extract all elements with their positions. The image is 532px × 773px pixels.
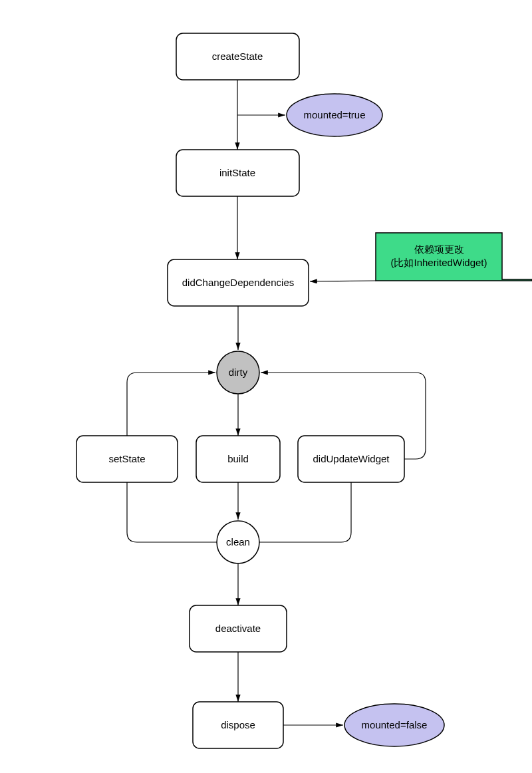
label-setState: setState — [108, 453, 145, 464]
label-createState: createState — [212, 51, 263, 62]
label-mountedFalse: mounted=false — [362, 719, 428, 730]
label-dispose: dispose — [221, 719, 255, 730]
label-deactivate: deactivate — [215, 623, 261, 634]
node-dependencyChange: 依赖项更改 (比如InheritedWidget) — [376, 233, 532, 281]
label-didChangeDependencies: didChangeDependencies — [182, 277, 294, 288]
label-initState: initState — [219, 167, 255, 178]
label-build: build — [227, 453, 249, 464]
label-clean: clean — [226, 536, 250, 547]
label-dependencyChange2: (比如InheritedWidget) — [390, 257, 487, 268]
label-dirty: dirty — [229, 367, 248, 378]
label-dependencyChange1: 依赖项更改 — [414, 243, 464, 255]
edge-dependencyChange-didChangeDependencies — [310, 281, 376, 281]
edge-clean-setState — [127, 482, 217, 542]
edge-setState-dirty — [127, 373, 215, 436]
label-didUpdateWidget: didUpdateWidget — [313, 453, 390, 464]
edge-clean-didUpdateWidget — [259, 482, 351, 542]
label-mountedTrue: mounted=true — [304, 109, 366, 120]
